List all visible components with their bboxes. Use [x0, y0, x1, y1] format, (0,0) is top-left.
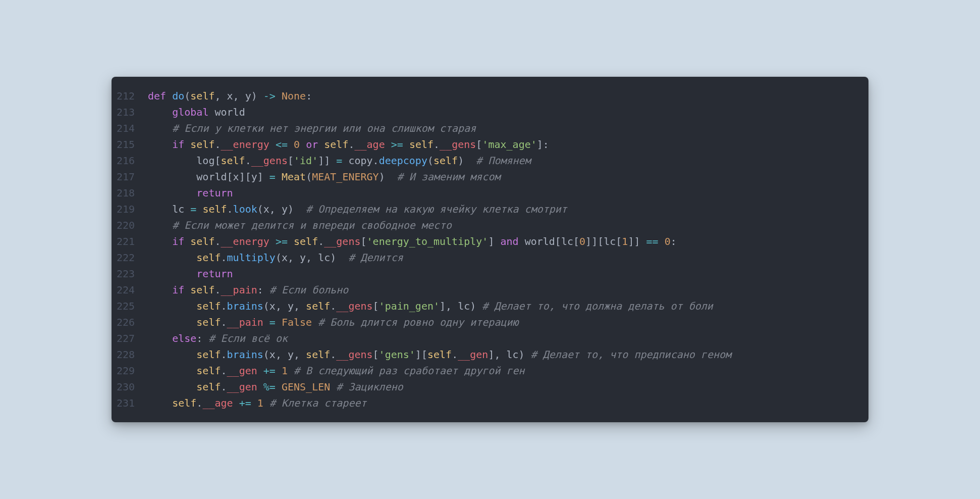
code-line[interactable]: 222 self.multiply(x, y, lc) # Делится	[112, 249, 858, 266]
code-line[interactable]: 225 self.brains(x, y, self.__gens['pain_…	[112, 298, 858, 314]
token	[148, 235, 172, 247]
line-number: 226	[112, 314, 148, 330]
token: 1	[622, 235, 628, 247]
line-number: 218	[112, 185, 148, 201]
code-content[interactable]: return	[148, 266, 858, 282]
code-line[interactable]: 229 self.__gen += 1 # В следующий раз ср…	[112, 363, 858, 379]
token	[288, 365, 294, 377]
token: [	[555, 235, 561, 247]
token: 1	[257, 397, 263, 409]
code-content[interactable]: self.brains(x, y, self.__gens['gens'][se…	[148, 346, 858, 363]
token	[148, 268, 196, 280]
token: self	[221, 155, 245, 167]
code-line[interactable]: 214 # Если у клетки нет энергии или она …	[112, 120, 858, 136]
line-number: 231	[112, 395, 148, 411]
code-content[interactable]: lc = self.look(x, y) # Определяем на как…	[148, 201, 858, 217]
token: <=	[269, 138, 294, 151]
code-content[interactable]: return	[148, 185, 858, 201]
token: x, y,	[269, 300, 306, 312]
token: self	[409, 138, 433, 151]
token: self	[306, 300, 330, 312]
code-line[interactable]: 226 self.__pain = False # Боль длится ро…	[112, 314, 858, 330]
code-block[interactable]: 212def do(self, x, y) -> None:213 global…	[112, 88, 858, 411]
token: __energy	[221, 235, 269, 247]
code-content[interactable]: # Если может делится и впереди свободное…	[148, 217, 858, 233]
code-content[interactable]: self.__pain = False # Боль длится ровно …	[148, 314, 858, 330]
token: 0	[579, 235, 585, 247]
code-content[interactable]: # Если у клетки нет энергии или она слиш…	[148, 120, 858, 136]
code-content[interactable]: self.multiply(x, y, lc) # Делится	[148, 249, 858, 266]
token: and	[500, 235, 518, 247]
code-content[interactable]: self.brains(x, y, self.__gens['pain_gen'…	[148, 298, 858, 314]
token: world	[208, 106, 245, 118]
line-number: 227	[112, 330, 148, 346]
code-content[interactable]: def do(self, x, y) -> None:	[148, 88, 858, 104]
token: # Если может делится и впереди свободное…	[172, 219, 452, 231]
token: [	[227, 171, 233, 183]
token: .	[245, 155, 251, 167]
token: ]]	[318, 155, 330, 167]
token	[148, 203, 172, 215]
token: MEAT_ENERGY	[312, 171, 378, 183]
line-number: 219	[112, 201, 148, 217]
code-line[interactable]: 224 if self.__pain: # Если больно	[112, 282, 858, 298]
token: (	[263, 348, 269, 361]
token: :	[671, 235, 677, 247]
code-content[interactable]: log[self.__gens['id']] = copy.deepcopy(s…	[148, 153, 858, 169]
token: .	[433, 138, 440, 151]
code-content[interactable]: self.__gen += 1 # В следующий раз сработ…	[148, 363, 858, 379]
token: __energy	[221, 138, 269, 151]
token: )	[458, 155, 464, 167]
code-content[interactable]: if self.__energy <= 0 or self.__age >= s…	[148, 136, 858, 153]
code-line[interactable]: 230 self.__gen %= GENS_LEN # Зациклено	[112, 379, 858, 395]
line-number: 217	[112, 169, 148, 185]
token: [	[573, 235, 579, 247]
token: or	[306, 138, 318, 151]
token: .	[214, 235, 221, 247]
code-line[interactable]: 212def do(self, x, y) -> None:	[112, 88, 858, 104]
token: __gen	[227, 365, 257, 377]
token: do	[172, 90, 184, 102]
token	[148, 138, 172, 151]
code-line[interactable]: 228 self.brains(x, y, self.__gens['gens'…	[112, 346, 858, 363]
code-line[interactable]: 213 global world	[112, 104, 858, 120]
token	[148, 397, 172, 409]
code-line[interactable]: 216 log[self.__gens['id']] = copy.deepco…	[112, 153, 858, 169]
code-content[interactable]: if self.__pain: # Если больно	[148, 282, 858, 298]
token	[184, 284, 190, 296]
code-content[interactable]: self.__gen %= GENS_LEN # Зациклено	[148, 379, 858, 395]
token: brains	[227, 300, 263, 312]
token	[148, 300, 196, 312]
code-content[interactable]: if self.__energy >= self.__gens['energy_…	[148, 233, 858, 249]
code-line[interactable]: 220 # Если может делится и впереди свобо…	[112, 217, 858, 233]
code-line[interactable]: 221 if self.__energy >= self.__gens['ene…	[112, 233, 858, 249]
code-content[interactable]: self.__age += 1 # Клетка стареет	[148, 395, 858, 411]
token: 'gens'	[379, 348, 415, 361]
token: copy	[348, 155, 372, 167]
token	[263, 397, 269, 409]
token	[336, 252, 348, 264]
code-line[interactable]: 218 return	[112, 185, 858, 201]
token: ]]	[628, 235, 640, 247]
token	[494, 235, 500, 247]
code-line[interactable]: 215 if self.__energy <= 0 or self.__age …	[112, 136, 858, 153]
code-line[interactable]: 217 world[x][y] = Meat(MEAT_ENERGY) # И …	[112, 169, 858, 185]
token: (	[427, 155, 433, 167]
token	[148, 219, 172, 231]
code-line[interactable]: 219 lc = self.look(x, y) # Определяем на…	[112, 201, 858, 217]
code-content[interactable]: else: # Если всё ок	[148, 330, 858, 346]
token: __gen	[458, 348, 488, 361]
token: self	[202, 203, 227, 215]
token: # Зациклено	[336, 381, 403, 393]
code-line[interactable]: 227 else: # Если всё ок	[112, 330, 858, 346]
token: __gens	[324, 235, 360, 247]
code-line[interactable]: 223 return	[112, 266, 858, 282]
token: ]	[440, 300, 446, 312]
code-content[interactable]: world[x][y] = Meat(MEAT_ENERGY) # И заме…	[148, 169, 858, 185]
token: self	[172, 397, 196, 409]
token: global	[172, 106, 208, 118]
token: .	[221, 300, 227, 312]
code-line[interactable]: 231 self.__age += 1 # Клетка стареет	[112, 395, 858, 411]
code-content[interactable]: global world	[148, 104, 858, 120]
token: ==	[640, 235, 665, 247]
